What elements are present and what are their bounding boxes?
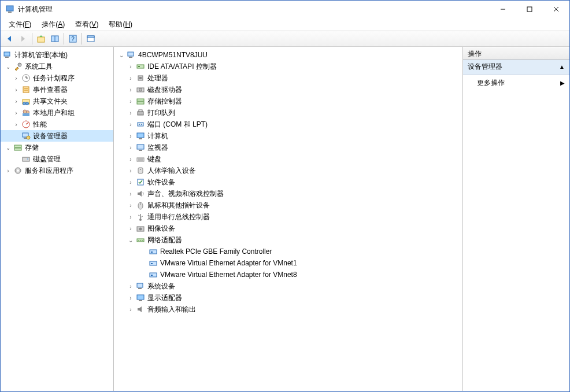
- svg-rect-3: [527, 7, 532, 12]
- collapse-icon[interactable]: ⌄: [117, 51, 125, 59]
- port-icon: [136, 120, 145, 129]
- device-category[interactable]: ›端口 (COM 和 LPT): [114, 119, 462, 130]
- tree-root-computer-mgmt[interactable]: 计算机管理(本地): [1, 49, 113, 61]
- maximize-button[interactable]: [516, 1, 543, 18]
- expand-icon[interactable]: ›: [127, 224, 135, 232]
- tree-local-users[interactable]: ›本地用户和组: [1, 107, 113, 119]
- console-tree[interactable]: 计算机管理(本地) ⌄ 系统工具 ›任务计划程序 ›事件查看器: [1, 47, 114, 391]
- expand-icon[interactable]: ›: [127, 282, 135, 290]
- device-tree[interactable]: ⌄ 4BCWPM51NTV8JUU ›IDE ATA/ATAPI 控制器›处理器…: [114, 47, 463, 391]
- device-category[interactable]: ›显示适配器: [114, 292, 462, 304]
- expand-icon[interactable]: ›: [127, 62, 135, 71]
- show-hide-console-button[interactable]: [49, 32, 61, 45]
- svg-rect-76: [150, 250, 157, 254]
- properties-button[interactable]: [84, 32, 97, 45]
- tree-shared-folders[interactable]: ›共享文件夹: [1, 95, 113, 107]
- expand-icon[interactable]: ›: [127, 109, 135, 117]
- close-button[interactable]: [543, 1, 569, 18]
- expand-icon[interactable]: ›: [127, 97, 135, 105]
- network-icon: [136, 235, 145, 245]
- menu-view[interactable]: 查看(V): [71, 19, 103, 31]
- device-category[interactable]: ›软件设备: [114, 176, 462, 188]
- svg-rect-6: [38, 37, 45, 42]
- collapse-icon[interactable]: ⌄: [4, 143, 12, 151]
- menu-file[interactable]: 文件(F): [4, 19, 36, 31]
- expand-icon[interactable]: ›: [127, 86, 135, 94]
- menu-help[interactable]: 帮助(H): [104, 19, 137, 31]
- actions-section[interactable]: 设备管理器 ▲: [463, 60, 569, 75]
- shared-folder-icon: [21, 97, 31, 106]
- expand-icon[interactable]: ›: [127, 74, 135, 82]
- svg-rect-74: [140, 240, 141, 241]
- svg-rect-75: [142, 240, 143, 241]
- device-root[interactable]: ⌄ 4BCWPM51NTV8JUU: [114, 49, 462, 61]
- expand-icon[interactable]: ›: [12, 109, 20, 117]
- expand-icon[interactable]: ›: [127, 155, 135, 163]
- expand-icon[interactable]: ›: [127, 178, 135, 186]
- expand-icon[interactable]: ›: [127, 167, 135, 175]
- device-category-network[interactable]: ⌄网络适配器: [114, 234, 462, 246]
- tree-disk-mgmt[interactable]: 磁盘管理: [1, 153, 113, 165]
- tree-performance[interactable]: ›性能: [1, 119, 113, 130]
- expand-icon[interactable]: ›: [127, 213, 135, 221]
- svg-point-53: [141, 124, 142, 125]
- users-icon: [21, 108, 31, 117]
- device-category[interactable]: ›通用串行总线控制器: [114, 211, 462, 223]
- expand-icon[interactable]: ›: [127, 305, 135, 313]
- device-category[interactable]: ›监视器: [114, 142, 462, 153]
- device-category[interactable]: ›IDE ATA/ATAPI 控制器: [114, 61, 462, 72]
- device-category[interactable]: ›打印队列: [114, 107, 462, 119]
- device-category[interactable]: ›声音、视频和游戏控制器: [114, 188, 462, 199]
- tree-event-viewer[interactable]: ›事件查看器: [1, 84, 113, 95]
- camera-icon: [136, 224, 145, 233]
- network-adapter-item[interactable]: Realtek PCIe GBE Family Controller: [114, 246, 462, 257]
- expand-icon[interactable]: ›: [12, 74, 20, 82]
- network-adapter-item[interactable]: VMware Virtual Ethernet Adapter for VMne…: [114, 269, 462, 280]
- up-button[interactable]: [35, 32, 47, 45]
- device-category[interactable]: ›磁盘驱动器: [114, 84, 462, 95]
- device-mgr-icon: [21, 131, 31, 140]
- collapse-icon[interactable]: ⌄: [127, 236, 135, 244]
- usb-icon: [136, 212, 145, 221]
- expand-icon[interactable]: ›: [127, 120, 135, 128]
- expand-icon[interactable]: ›: [127, 190, 135, 198]
- back-button[interactable]: [3, 32, 16, 45]
- tree-services-apps[interactable]: ›服务和应用程序: [1, 165, 113, 176]
- expand-icon[interactable]: ›: [12, 120, 20, 128]
- action-more[interactable]: 更多操作 ▶: [463, 75, 569, 91]
- device-category[interactable]: ›鼠标和其他指针设备: [114, 199, 462, 211]
- collapse-icon[interactable]: ⌄: [4, 62, 12, 71]
- svg-rect-77: [151, 252, 153, 253]
- collapse-section-icon[interactable]: ▲: [559, 64, 565, 70]
- svg-rect-0: [6, 6, 13, 11]
- tree-device-manager[interactable]: 设备管理器: [1, 130, 113, 142]
- tree-storage[interactable]: ⌄存储: [1, 142, 113, 153]
- device-category[interactable]: ›键盘: [114, 153, 462, 165]
- expand-icon[interactable]: ›: [12, 97, 20, 105]
- expand-icon[interactable]: ›: [127, 294, 135, 302]
- tools-icon: [13, 62, 23, 71]
- device-category[interactable]: ›图像设备: [114, 223, 462, 234]
- device-category[interactable]: ›计算机: [114, 130, 462, 142]
- minimize-button[interactable]: [490, 1, 516, 18]
- device-category[interactable]: ›系统设备: [114, 280, 462, 292]
- expand-icon[interactable]: ›: [127, 132, 135, 140]
- device-category[interactable]: ›音频输入和输出: [114, 304, 462, 315]
- expand-icon[interactable]: ›: [127, 201, 135, 209]
- tree-task-scheduler[interactable]: ›任务计划程序: [1, 72, 113, 84]
- network-adapter-item[interactable]: VMware Virtual Ethernet Adapter for VMne…: [114, 257, 462, 269]
- forward-button[interactable]: [17, 32, 29, 45]
- help-button[interactable]: ?: [66, 32, 79, 45]
- device-category[interactable]: ›处理器: [114, 72, 462, 84]
- monitor-icon: [136, 131, 145, 140]
- nic-icon: [149, 258, 158, 268]
- svg-rect-56: [137, 145, 144, 149]
- expand-icon[interactable]: ›: [127, 143, 135, 151]
- device-category[interactable]: ›人体学输入设备: [114, 165, 462, 176]
- svg-point-24: [26, 102, 29, 105]
- menu-action[interactable]: 操作(A): [37, 19, 69, 31]
- tree-system-tools[interactable]: ⌄ 系统工具: [1, 61, 113, 72]
- expand-icon[interactable]: ›: [4, 167, 12, 175]
- device-category[interactable]: ›存储控制器: [114, 95, 462, 107]
- expand-icon[interactable]: ›: [12, 86, 20, 94]
